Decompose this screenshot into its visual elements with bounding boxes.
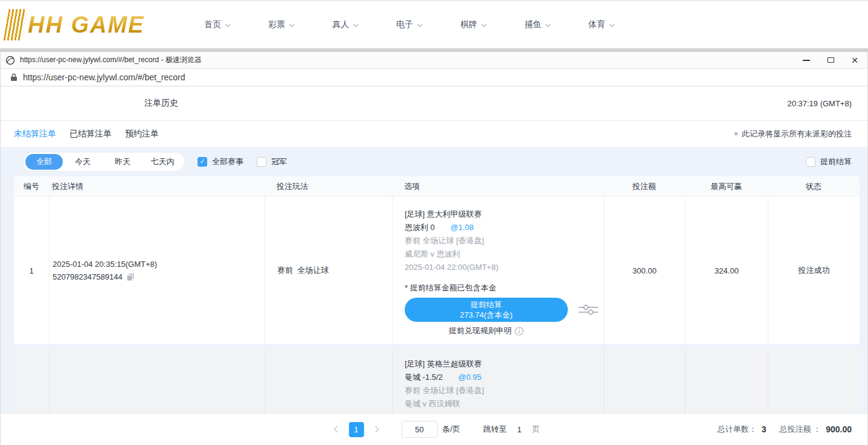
max-win: 324.00 bbox=[685, 197, 768, 344]
chevron-down-icon bbox=[289, 24, 295, 27]
nav-item-label: 彩票 bbox=[268, 19, 285, 30]
checkbox-early-settle[interactable]: 提前结算 bbox=[806, 156, 852, 167]
checkbox-all-events[interactable]: ✓ 全部赛事 bbox=[198, 156, 243, 167]
cashout-button[interactable]: 提前结算 273.74(含本金) bbox=[405, 298, 568, 322]
browser-titlebar: https://user-pc-new.jylywl.com/#/bet_rec… bbox=[1, 52, 867, 69]
checkbox-champion[interactable]: 冠军 bbox=[257, 156, 287, 167]
next-page-button[interactable] bbox=[370, 422, 384, 437]
prev-page-button[interactable] bbox=[328, 422, 342, 437]
bet-time: 2025-01-04 20:35:15(GMT+8) bbox=[53, 260, 265, 269]
copy-icon[interactable] bbox=[126, 273, 135, 281]
jump-page-input[interactable] bbox=[512, 421, 527, 437]
segment-yesterday[interactable]: 昨天 bbox=[103, 154, 143, 170]
bet-amount: 300.00 bbox=[603, 197, 685, 344]
table-header-row: 编号 投注详情 投注玩法 选项 投注额 最高可赢 状态 bbox=[14, 176, 860, 197]
logo-text: HH GAME bbox=[28, 12, 144, 38]
chevron-down-icon bbox=[545, 24, 551, 27]
bet-id-line: 5207982347589144 bbox=[53, 272, 265, 281]
minimize-icon bbox=[803, 60, 810, 61]
row-no: 1 bbox=[14, 197, 49, 344]
pager: 1 条/页 跳转至 页 bbox=[328, 421, 540, 438]
pick-line: 恩波利 0 @1.08 bbox=[405, 221, 603, 234]
brand-logo[interactable]: HH GAME bbox=[6, 9, 175, 40]
max-win bbox=[685, 349, 768, 413]
per-page-label: 条/页 bbox=[442, 424, 460, 435]
pick-name: 恩波利 0 bbox=[405, 223, 435, 232]
segment-seven-days[interactable]: 七天内 bbox=[143, 154, 182, 170]
col-header-amount: 投注额 bbox=[603, 176, 685, 196]
browser-addressbar[interactable]: https://user-pc-new.jylywl.com/#/bet_rec… bbox=[1, 69, 867, 86]
sliders-icon[interactable] bbox=[579, 303, 598, 316]
market-info: 赛前 全场让球 [香港盘] bbox=[405, 384, 603, 397]
nav-item-label: 棋牌 bbox=[460, 19, 477, 30]
odds-value: @1.08 bbox=[450, 223, 474, 232]
row-gap bbox=[1, 344, 867, 349]
segment-all[interactable]: 全部 bbox=[25, 154, 63, 170]
nav-item-label: 捕鱼 bbox=[524, 19, 541, 30]
checkbox-label: 冠军 bbox=[271, 156, 287, 167]
info-icon[interactable] bbox=[515, 327, 524, 336]
nav-item-home[interactable]: 首页 bbox=[204, 19, 231, 30]
note-dot-icon bbox=[735, 132, 738, 135]
page-number-button[interactable]: 1 bbox=[349, 422, 364, 437]
bet-id: 5207982347589144 bbox=[53, 272, 123, 281]
play-type-cell: 赛前 全场让球 bbox=[265, 197, 392, 344]
tab-reserved[interactable]: 预约注单 bbox=[125, 129, 159, 139]
tab-settled[interactable]: 已结算注单 bbox=[69, 129, 112, 139]
col-header-play: 投注玩法 bbox=[265, 176, 392, 196]
chevron-down-icon bbox=[417, 24, 423, 27]
cashout-rule-text[interactable]: 提前兑现规则申明 bbox=[449, 326, 512, 336]
nav-item-sports[interactable]: 体育 bbox=[588, 19, 615, 30]
maximize-button[interactable] bbox=[826, 56, 835, 65]
match-time: 2025-01-04 22:00(GMT+8) bbox=[405, 261, 603, 274]
maximize-icon bbox=[828, 57, 834, 63]
row-no bbox=[14, 349, 49, 413]
logo-stripes-decor bbox=[3, 9, 27, 40]
close-button[interactable]: ✕ bbox=[850, 56, 859, 65]
match-teams: 曼城 v 西汉姆联 bbox=[405, 397, 603, 411]
play-type-cell bbox=[265, 349, 392, 413]
minimize-button[interactable] bbox=[802, 56, 811, 65]
league-name: [足球] 英格兰超级联赛 bbox=[405, 357, 603, 371]
totals-summary: 总计单数： 3 总投注额 ： 900.00 bbox=[718, 424, 852, 435]
status-text bbox=[768, 349, 860, 413]
table-row: 1 2025-01-04 20:35:15(GMT+8) 52079823475… bbox=[14, 197, 860, 344]
league-name: [足球] 意大利甲级联赛 bbox=[405, 208, 603, 221]
cashout-button-amount: 273.74(含本金) bbox=[460, 310, 512, 320]
chevron-down-icon bbox=[353, 24, 359, 27]
tab-unsettled[interactable]: 未结算注单 bbox=[14, 129, 56, 139]
pick-line: 曼城 -1.5/2 @0.95 bbox=[405, 371, 603, 384]
bet-amount bbox=[603, 349, 685, 413]
segment-today[interactable]: 今天 bbox=[63, 154, 103, 170]
nav-item-cards[interactable]: 棋牌 bbox=[460, 19, 487, 30]
cashout-line: 提前结算 273.74(含本金) bbox=[405, 298, 603, 322]
nav-item-label: 体育 bbox=[588, 19, 605, 30]
window-title: https://user-pc-new.jylywl.com/#/bet_rec… bbox=[20, 55, 802, 65]
odds-value: @0.95 bbox=[458, 373, 481, 382]
chevron-right-icon bbox=[375, 426, 379, 433]
nav-item-live[interactable]: 真人 bbox=[332, 19, 359, 30]
nav-item-lottery[interactable]: 彩票 bbox=[268, 19, 295, 30]
window-controls: ✕ bbox=[802, 56, 859, 65]
cashout-rule-line: 提前兑现规则申明 bbox=[405, 326, 568, 336]
address-url[interactable]: https://user-pc-new.jylywl.com/#/bet_rec… bbox=[23, 72, 185, 82]
filter-row: 全部 今天 昨天 七天内 ✓ 全部赛事 冠军 提 bbox=[1, 147, 867, 176]
checkbox-checked-icon: ✓ bbox=[198, 157, 207, 167]
col-header-detail: 投注详情 bbox=[49, 176, 265, 196]
bet-table-row2-card: [足球] 英格兰超级联赛 曼城 -1.5/2 @0.95 赛前 全场让球 [香港… bbox=[14, 349, 860, 413]
page-header: 注单历史 20:37:19 (GMT+8) bbox=[1, 86, 867, 121]
nav-item-slots[interactable]: 电子 bbox=[396, 19, 423, 30]
lock-icon bbox=[10, 73, 18, 82]
browser-globe-icon bbox=[5, 56, 15, 65]
page-title: 注单历史 bbox=[144, 98, 178, 109]
bet-detail-cell bbox=[49, 349, 265, 413]
cashout-note: * 提前结算金额已包含本金 bbox=[405, 283, 603, 293]
page-content: 注单历史 20:37:19 (GMT+8) 未结算注单 已结算注单 预约注单 此… bbox=[1, 86, 867, 413]
clock-display: 20:37:19 (GMT+8) bbox=[787, 99, 852, 108]
bet-table: 编号 投注详情 投注玩法 选项 投注额 最高可赢 状态 1 2025-01-04… bbox=[14, 176, 860, 344]
nav-item-fishing[interactable]: 捕鱼 bbox=[524, 19, 551, 30]
main-nav: 首页 彩票 真人 电子 棋牌 捕鱼 bbox=[204, 19, 615, 30]
col-header-no: 编号 bbox=[14, 176, 49, 196]
pick-name: 曼城 -1.5/2 bbox=[405, 373, 443, 382]
page-size-input[interactable] bbox=[401, 421, 437, 438]
